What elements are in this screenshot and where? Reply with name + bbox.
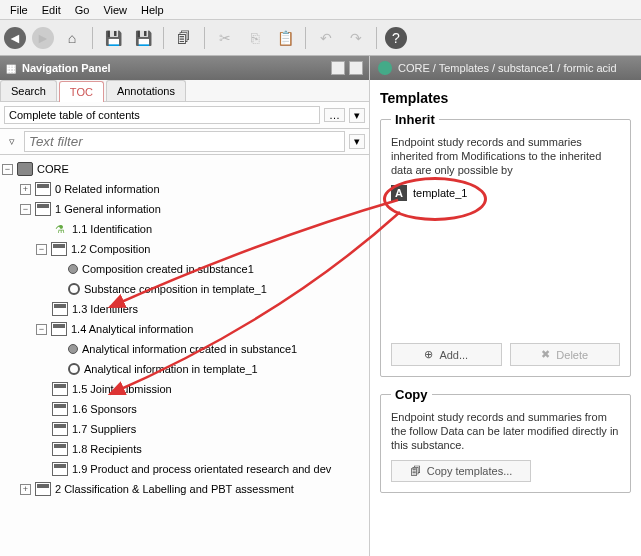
tab-annotations[interactable]: Annotations: [106, 80, 186, 101]
template-record-icon: [68, 363, 80, 375]
undo-button: ↶: [314, 26, 338, 50]
tree-related-info[interactable]: 0 Related information: [55, 180, 160, 198]
menu-view[interactable]: View: [97, 2, 133, 18]
tree-analytical[interactable]: 1.4 Analytical information: [71, 320, 193, 338]
tree-recipients[interactable]: 1.8 Recipients: [72, 440, 142, 458]
nav-panel-title: Navigation Panel: [22, 62, 111, 74]
forward-button: ►: [32, 27, 54, 49]
filter-drop-arrow[interactable]: ▾: [349, 134, 365, 149]
tree-composition[interactable]: 1.2 Composition: [71, 240, 151, 258]
section-icon: [35, 182, 51, 196]
text-filter-input[interactable]: [24, 131, 345, 152]
menu-file[interactable]: File: [4, 2, 34, 18]
expander[interactable]: −: [36, 244, 47, 255]
right-panel: CORE / Templates / substance1 / formic a…: [370, 56, 641, 556]
toolbar: ◄ ► ⌂ 💾 💾 🗐 ✂ ⎘ 📋 ↶ ↷ ?: [0, 20, 641, 56]
section-icon: [51, 322, 67, 336]
section-icon: [52, 442, 68, 456]
section-icon: [51, 242, 67, 256]
expander[interactable]: −: [2, 164, 13, 175]
nav-panel-header: ▦ Navigation Panel: [0, 56, 369, 80]
copy-button: ⎘: [243, 26, 267, 50]
section-icon: [35, 202, 51, 216]
templates-heading: Templates: [380, 90, 631, 106]
add-template-button[interactable]: ⊕ Add...: [391, 343, 502, 366]
copy-legend: Copy: [391, 387, 432, 402]
nav-panel-icon: ▦: [6, 62, 16, 75]
inherit-text: Endpoint study records and summaries inh…: [391, 135, 620, 177]
tree-joint[interactable]: 1.5 Joint submission: [72, 380, 172, 398]
save-all-button: 💾: [131, 26, 155, 50]
help-button[interactable]: ?: [385, 27, 407, 49]
tree-core[interactable]: CORE: [37, 160, 69, 178]
add-label: Add...: [439, 349, 468, 361]
record-icon: [68, 264, 78, 274]
template-item-label[interactable]: template_1: [413, 187, 467, 199]
toc-tree: − CORE + 0 Related information − 1 Gener…: [0, 155, 369, 556]
menu-edit[interactable]: Edit: [36, 2, 67, 18]
template-item-icon: A: [391, 185, 407, 201]
tree-comp-tpl1[interactable]: Substance composition in template_1: [84, 280, 267, 298]
core-icon: [17, 162, 33, 176]
expander[interactable]: +: [20, 484, 31, 495]
navigation-panel: ▦ Navigation Panel Search TOC Annotation…: [0, 56, 370, 556]
substance-icon: [378, 61, 392, 75]
tree-comp-sub1[interactable]: Composition created in substance1: [82, 260, 254, 278]
plus-icon: ⊕: [424, 348, 433, 361]
home-button[interactable]: ⌂: [60, 26, 84, 50]
back-button[interactable]: ◄: [4, 27, 26, 49]
toc-dropdown-arrow[interactable]: ▾: [349, 108, 365, 123]
toc-dropdown-more[interactable]: …: [324, 108, 345, 122]
delete-label: Delete: [556, 349, 588, 361]
maximize-panel-icon[interactable]: [349, 61, 363, 75]
section-icon: [52, 462, 68, 476]
tree-identification[interactable]: 1.1 Identification: [72, 220, 152, 238]
tree-general-info[interactable]: 1 General information: [55, 200, 161, 218]
copy-templates-button[interactable]: 🗐 Copy templates...: [391, 460, 531, 482]
tree-ana-tpl1[interactable]: Analytical information in template_1: [84, 360, 258, 378]
expander[interactable]: −: [20, 204, 31, 215]
tree-sponsors[interactable]: 1.6 Sponsors: [72, 400, 137, 418]
copy-text: Endpoint study records and summaries fro…: [391, 410, 620, 452]
redo-button: ↷: [344, 26, 368, 50]
tree-product-process[interactable]: 1.9 Product and process orientated resea…: [72, 460, 331, 478]
save-button: 💾: [101, 26, 125, 50]
expander[interactable]: +: [20, 184, 31, 195]
breadcrumb-text: CORE / Templates / substance1 / formic a…: [398, 62, 617, 74]
section-icon: [52, 302, 68, 316]
tab-toc[interactable]: TOC: [59, 81, 104, 102]
minimize-panel-icon[interactable]: [331, 61, 345, 75]
flask-icon: ⚗: [52, 222, 68, 236]
paste-button[interactable]: 📋: [273, 26, 297, 50]
copy-doc-button[interactable]: 🗐: [172, 26, 196, 50]
toc-dropdown: Complete table of contents … ▾: [0, 102, 369, 129]
copy-templates-icon: 🗐: [410, 465, 421, 477]
menubar: File Edit Go View Help: [0, 0, 641, 20]
delete-template-button: ✖ Delete: [510, 343, 621, 366]
tree-classification[interactable]: 2 Classification & Labelling and PBT ass…: [55, 480, 294, 498]
copy-templates-label: Copy templates...: [427, 465, 513, 477]
inherit-fieldset: Inherit Endpoint study records and summa…: [380, 112, 631, 377]
record-icon: [68, 344, 78, 354]
tree-identifiers[interactable]: 1.3 Identifiers: [72, 300, 138, 318]
template-record-icon: [68, 283, 80, 295]
menu-go[interactable]: Go: [69, 2, 96, 18]
cut-button: ✂: [213, 26, 237, 50]
section-icon: [52, 382, 68, 396]
toc-dropdown-label[interactable]: Complete table of contents: [4, 106, 320, 124]
inherit-legend: Inherit: [391, 112, 439, 127]
tab-search[interactable]: Search: [0, 80, 57, 101]
expander[interactable]: −: [36, 324, 47, 335]
section-icon: [52, 402, 68, 416]
menu-help[interactable]: Help: [135, 2, 170, 18]
funnel-icon: ▿: [4, 135, 20, 148]
breadcrumb: CORE / Templates / substance1 / formic a…: [370, 56, 641, 80]
nav-tabs: Search TOC Annotations: [0, 80, 369, 102]
section-icon: [52, 422, 68, 436]
delete-icon: ✖: [541, 348, 550, 361]
copy-fieldset: Copy Endpoint study records and summarie…: [380, 387, 631, 493]
tree-ana-sub1[interactable]: Analytical information created in substa…: [82, 340, 297, 358]
tree-suppliers[interactable]: 1.7 Suppliers: [72, 420, 136, 438]
filter-row: ▿ ▾: [0, 129, 369, 155]
section-icon: [35, 482, 51, 496]
